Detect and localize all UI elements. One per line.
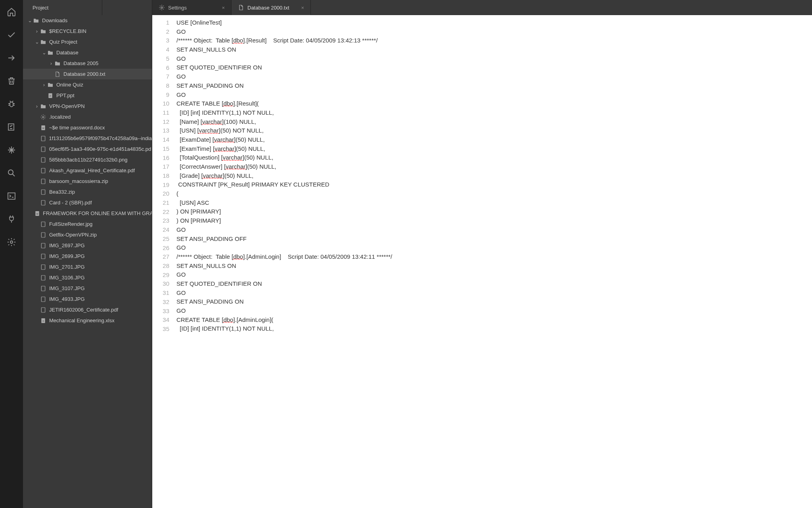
tree-item[interactable]: W~$e time password.docx — [23, 122, 152, 133]
code-line[interactable]: SET QUOTED_IDENTIFIER ON — [176, 63, 392, 72]
code-line[interactable]: CREATE TABLE [dbo].[Result]( — [176, 99, 392, 108]
code-line[interactable]: USE [OnlineTest] — [176, 18, 392, 27]
code-line[interactable]: /****** Object: Table [dbo].[Result] Scr… — [176, 36, 392, 45]
arrow-icon[interactable] — [7, 53, 16, 63]
tree-item-label: Bea332.zip — [49, 189, 75, 195]
bug-icon[interactable] — [7, 99, 16, 109]
tree-item[interactable]: ›Database 2005 — [23, 58, 152, 69]
code-content[interactable]: USE [OnlineTest]GO/****** Object: Table … — [174, 15, 392, 508]
plug-icon[interactable] — [7, 214, 16, 224]
line-number: 3 — [152, 36, 169, 45]
code-line[interactable]: ) ON [PRIMARY] — [176, 207, 392, 216]
tab-settings[interactable]: Settings× — [152, 0, 232, 15]
code-line[interactable]: CREATE TABLE [dbo].[AdminLogin]( — [176, 316, 392, 325]
code-line[interactable]: GO — [176, 27, 392, 37]
code-line[interactable]: [Grade] [varchar](50) NULL, — [176, 171, 392, 181]
chevron-icon[interactable]: › — [48, 60, 54, 66]
chevron-icon[interactable]: ⌄ — [41, 50, 47, 56]
code-line[interactable]: GO — [176, 72, 392, 81]
tree-item[interactable]: IMG_2701.JPG — [23, 262, 152, 272]
code-line[interactable]: GO — [176, 54, 392, 64]
tree-item[interactable]: ⌄Database — [23, 47, 152, 58]
tree-item[interactable]: IMG_3107.JPG — [23, 283, 152, 294]
tree-item[interactable]: Card - 2 (SBR).pdf — [23, 197, 152, 208]
sidebar-tab-project[interactable]: Project — [23, 0, 102, 15]
code-line[interactable]: GO — [176, 289, 392, 298]
tree-item[interactable]: ⌄Quiz Project — [23, 37, 152, 47]
tree-item[interactable]: 1f131205b6e9579f0975b47c4258a09a--india — [23, 133, 152, 144]
tree-item[interactable]: ›VPN-OpenVPN — [23, 101, 152, 112]
code-line[interactable]: [ExamTime] [varchar](50) NULL, — [176, 144, 392, 154]
code-line[interactable]: GO — [176, 225, 392, 235]
chevron-icon[interactable]: › — [34, 28, 40, 34]
code-line[interactable]: [ID] [int] IDENTITY(1,1) NOT NULL, — [176, 108, 392, 117]
chevron-icon[interactable]: › — [34, 103, 40, 109]
code-line[interactable]: GO — [176, 306, 392, 316]
home-icon[interactable] — [7, 7, 16, 17]
code-line[interactable]: SET ANSI_PADDING ON — [176, 81, 392, 90]
code-line[interactable]: [Name] [varchar](100) NULL, — [176, 117, 392, 127]
tree-item[interactable]: IMG_2699.JPG — [23, 251, 152, 262]
file-tree[interactable]: ⌄Downloads›$RECYCLE.BIN⌄Quiz Project⌄Dat… — [23, 15, 152, 508]
editor[interactable]: 1234567891011121314151617181920212223242… — [152, 15, 812, 508]
tree-item[interactable]: IMG_2697.JPG — [23, 240, 152, 251]
code-line[interactable]: GO — [176, 270, 392, 279]
pdf-icon — [40, 189, 47, 196]
code-line[interactable]: ( — [176, 189, 392, 198]
code-line[interactable]: [ExamDate] [varchar](50) NULL, — [176, 135, 392, 144]
tree-item[interactable]: Akash_Agrawal_Hired_Certificate.pdf — [23, 165, 152, 176]
close-icon[interactable]: × — [222, 5, 225, 11]
line-number: 20 — [152, 189, 169, 198]
tree-item[interactable]: IMG_3106.JPG — [23, 272, 152, 283]
search-icon[interactable] — [7, 168, 16, 178]
line-number: 13 — [152, 126, 169, 135]
code-line[interactable]: [USN] [varchar](50) NOT NULL, — [176, 126, 392, 135]
tree-item[interactable]: .localized — [23, 112, 152, 122]
code-line[interactable]: ) ON [PRIMARY] — [176, 216, 392, 225]
code-line[interactable]: GO — [176, 243, 392, 252]
code-line[interactable]: CONSTRAINT [PK_Result] PRIMARY KEY CLUST… — [176, 180, 392, 189]
extensions-icon[interactable] — [7, 145, 16, 155]
tree-item[interactable]: ›$RECYCLE.BIN — [23, 26, 152, 37]
trash-icon[interactable] — [7, 76, 16, 86]
code-line[interactable]: [CorrectAnswer] [varchar](50) NULL, — [176, 162, 392, 171]
line-number: 31 — [152, 289, 169, 298]
tree-item[interactable]: PPPT.ppt — [23, 90, 152, 101]
chevron-icon[interactable]: › — [41, 82, 47, 88]
tree-item[interactable]: barsoom_macossierra.zip — [23, 176, 152, 187]
chevron-icon[interactable]: ⌄ — [27, 17, 33, 23]
tree-item[interactable]: Getflix-OpenVPN.zip — [23, 229, 152, 240]
tree-item[interactable]: JETIR1602006_Certificate.pdf — [23, 304, 152, 315]
tree-item[interactable]: XMechanical Engineering.xlsx — [23, 315, 152, 326]
tree-item[interactable]: Bea332.zip — [23, 187, 152, 197]
code-line[interactable]: [USN] ASC — [176, 198, 392, 208]
tree-item[interactable]: 585bbb3acb11b227491c32b0.png — [23, 154, 152, 165]
tree-item[interactable]: FullSizeRender.jpg — [23, 219, 152, 229]
code-line[interactable]: SET ANSI_PADDING ON — [176, 297, 392, 306]
code-line[interactable]: SET ANSI_PADDING OFF — [176, 235, 392, 244]
tree-item[interactable]: 05ecf6f5-1aa3-490e-975c-e1d451a4835c.pd — [23, 144, 152, 154]
code-line[interactable]: [ID] [int] IDENTITY(1,1) NOT NULL, — [176, 324, 392, 333]
code-line[interactable]: SET QUOTED_IDENTIFIER ON — [176, 279, 392, 289]
code-line[interactable]: /****** Object: Table [dbo].[AdminLogin]… — [176, 252, 392, 262]
line-number: 1 — [152, 18, 169, 27]
code-line[interactable]: SET ANSI_NULLS ON — [176, 45, 392, 54]
tree-item[interactable]: Database 2000.txt — [23, 69, 152, 79]
tree-item[interactable]: IMG_4933.JPG — [23, 294, 152, 304]
close-icon[interactable]: × — [301, 5, 304, 11]
todo-icon[interactable] — [7, 122, 16, 132]
code-line[interactable]: SET ANSI_NULLS ON — [176, 262, 392, 271]
check-icon[interactable] — [7, 30, 16, 40]
code-line[interactable]: [TotalQuestion] [varchar](50) NULL, — [176, 153, 392, 162]
terminal-icon[interactable] — [7, 191, 16, 201]
chevron-icon[interactable]: ⌄ — [34, 39, 40, 45]
line-gutter: 1234567891011121314151617181920212223242… — [152, 15, 174, 508]
tree-item[interactable]: ⌄Downloads — [23, 15, 152, 26]
line-number: 27 — [152, 252, 169, 262]
code-line[interactable]: GO — [176, 90, 392, 100]
svg-rect-16 — [41, 200, 45, 205]
tab-database-2000-txt[interactable]: Database 2000.txt× — [232, 0, 311, 15]
tree-item[interactable]: WFRAMEWORK FOR ONLINE EXAM WITH GRAP — [23, 208, 152, 219]
tree-item[interactable]: ›Online Quiz — [23, 79, 152, 90]
gear-icon[interactable] — [7, 237, 16, 247]
